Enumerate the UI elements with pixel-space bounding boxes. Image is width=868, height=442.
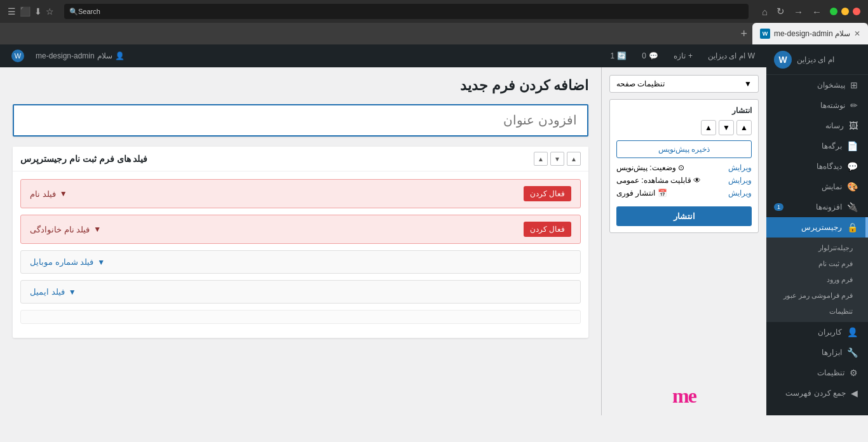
field-row-2: ▼ فیلد شماره موبایل <box>20 250 581 274</box>
username: me-design-admin <box>36 51 95 60</box>
menu-icon[interactable]: ☰ <box>8 6 16 17</box>
field-name-3: فیلد ایمیل <box>30 287 65 297</box>
wp-admin-icon: W <box>11 50 24 62</box>
publish-button[interactable]: انتشار <box>616 206 752 226</box>
publish-label: انتشار <box>616 106 752 115</box>
sidebar-item-tools[interactable]: 🔧 ابزارها <box>766 342 868 363</box>
page-settings-label: تنظیمات صفحه <box>616 79 665 88</box>
sidebar-item-comments[interactable]: 💬 دیدگاه‌ها <box>766 156 868 177</box>
admin-bar-new[interactable]: + تازه <box>670 44 696 67</box>
visibility-edit-link[interactable]: ویرایش <box>728 176 752 185</box>
new-label: تازه <box>674 51 686 60</box>
admin-bar-user[interactable]: 👤 سلام me-design-admin <box>32 44 128 67</box>
move-up-btn[interactable]: ▲ <box>701 120 716 135</box>
sidebar-item-media[interactable]: 🖼 رسانه <box>766 116 868 136</box>
field-label-0: ▼ فیلد نام <box>30 189 67 199</box>
address-bar[interactable]: 🔍 Search <box>64 4 749 19</box>
main-editor: اضافه کردن فرم جدید ▲ ▼ ▲ فیلد های فرم ث… <box>0 67 601 415</box>
comments-icon: 💬 <box>847 161 858 171</box>
publish-date-label: انتشار <box>635 189 655 198</box>
appearance-icon: 🎨 <box>847 182 858 192</box>
settings-icon: ⚙ <box>850 368 858 378</box>
sidebar-label-registerpro: رجیسترپرس <box>774 223 842 232</box>
me-logo: me <box>672 384 696 408</box>
window-maximize-btn[interactable] <box>830 8 837 15</box>
field-label-3: ▼ فیلد ایمیل <box>30 287 76 297</box>
chevron-icon-3: ▼ <box>69 288 76 297</box>
status-value-text: ⊙ وضعیت: پیش‌نویس <box>616 163 684 172</box>
disable-btn-1[interactable]: فعال کردن <box>524 222 571 237</box>
sidebar-item-collapse[interactable]: ◀ جمع کردن فهرست <box>766 383 868 403</box>
visibility-row: ویرایش 👁 قابلیت مشاهده: عمومی <box>616 176 752 185</box>
back-btn[interactable]: ← <box>809 4 825 20</box>
bookmark-icon[interactable]: ☆ <box>46 6 54 17</box>
sidebar-subitem-register-form[interactable]: فرم ثبت نام <box>766 256 868 272</box>
move-up-up-btn[interactable]: ▲ <box>736 120 752 135</box>
home-btn[interactable]: ⌂ <box>759 4 771 20</box>
window-close-btn[interactable] <box>853 8 860 15</box>
sidebar-label-pages: برگه‌ها <box>774 142 842 151</box>
browser-chrome: ← → ↻ ⌂ 🔍 Search ☆ ⬇ ⬛ ☰ <box>0 0 868 23</box>
status-edit-link[interactable]: ویرایش <box>728 163 752 172</box>
visibility-label: قابلیت مشاهده: <box>641 176 691 185</box>
tab-close-btn[interactable]: ✕ <box>854 29 860 38</box>
wp-wrapper: W ام ای دیزاین ⊞ پیشخوان ✏ نوشته‌ها 🖼 رس… <box>0 44 868 415</box>
wp-logo: W ام ای دیزاین <box>766 44 868 75</box>
sidebar-item-appearance[interactable]: 🎨 نمایش <box>766 177 868 197</box>
editor-sidebar: ▼ تنظیمات صفحه انتشار ▲ ▼ ▲ ذخیره پیش‌نو… <box>601 67 766 415</box>
sidebar-subitem-controller[interactable]: رجیله‌تنرلوار <box>766 240 868 256</box>
forward-btn[interactable]: → <box>790 4 806 20</box>
sidebar-subitem-password-reset[interactable]: فرم فراموشی رمز عبور <box>766 288 868 304</box>
field-row-3: ▼ فیلد ایمیل <box>20 280 581 304</box>
sidebar-sub-registerpro: رجیله‌تنرلوار فرم ثبت نام فرم ورود فرم ف… <box>766 238 868 322</box>
field-name-0: فیلد نام <box>30 189 56 199</box>
sidebar-item-dashboard[interactable]: ⊞ پیشخوان <box>766 75 868 95</box>
status-icon: ⊙ <box>678 163 684 172</box>
section-content: فعال کردن ▼ فیلد نام فعال کردن ▼ فیلد <box>13 171 588 338</box>
site-icon: W <box>748 51 755 60</box>
wp-main: W ام ای دیزاین + تازه 💬 0 🔄 1 👤 سلام me-… <box>0 44 766 415</box>
plugins-badge: 1 <box>774 203 783 211</box>
section-up-up-btn[interactable]: ▲ <box>567 152 581 166</box>
section-up-btn[interactable]: ▲ <box>534 152 548 166</box>
admin-bar-comments[interactable]: 💬 0 <box>638 44 662 67</box>
sidebar-item-plugins[interactable]: 🔌 افزونه‌ها 1 <box>766 197 868 217</box>
publish-date-row: ویرایش 📅 انتشار فوری <box>616 189 752 198</box>
sidebar-item-pages[interactable]: 📄 برگه‌ها <box>766 136 868 156</box>
active-tab[interactable]: W me-design-admin سلام ✕ <box>752 23 868 44</box>
sidebar-item-users[interactable]: 👤 کاربران <box>766 322 868 342</box>
chevron-icon-0: ▼ <box>60 189 67 198</box>
search-icon: 🔍 <box>69 8 78 16</box>
admin-bar-logo[interactable]: W <box>8 44 28 67</box>
section-controls: ▲ ▼ ▲ <box>534 152 581 166</box>
section-down-btn[interactable]: ▼ <box>550 152 564 166</box>
new-tab-btn[interactable]: + <box>735 23 752 44</box>
field-row-1: فعال کردن ▼ فیلد نام خانوادگی <box>20 215 581 244</box>
disable-btn-0[interactable]: فعال کردن <box>524 186 571 201</box>
calendar-icon: 📅 <box>658 189 667 198</box>
page-settings-button[interactable]: ▼ تنظیمات صفحه <box>609 75 759 93</box>
form-fields-section: ▲ ▼ ▲ فیلد های فرم ثبت نام رجیسترپرس فعا… <box>13 147 588 338</box>
sidebar-label-posts: نوشته‌ها <box>774 101 845 110</box>
updates-count: 1 <box>611 51 615 60</box>
sidebar-item-posts[interactable]: ✏ نوشته‌ها <box>766 95 868 116</box>
reload-btn[interactable]: ↻ <box>773 3 788 20</box>
sidebar-item-registerpro[interactable]: 🔒 رجیسترپرس <box>766 217 868 238</box>
title-input[interactable] <box>13 104 588 137</box>
extensions-icon[interactable]: ⬛ <box>20 6 31 17</box>
sidebar-item-settings[interactable]: ⚙ تنظیمات <box>766 363 868 383</box>
sidebar-label-dashboard: پیشخوان <box>774 81 845 90</box>
status-value: وضعیت: <box>649 163 675 172</box>
download-icon[interactable]: ⬇ <box>34 6 42 17</box>
save-draft-button[interactable]: ذخیره پیش‌نویس <box>616 140 752 158</box>
sidebar-label-collapse: جمع کردن فهرست <box>774 389 846 398</box>
move-down-btn[interactable]: ▼ <box>719 120 734 135</box>
sidebar-subitem-login-form[interactable]: فرم ورود <box>766 272 868 288</box>
publish-date-edit-link[interactable]: ویرایش <box>728 189 752 198</box>
admin-bar-site[interactable]: W ام ای دیزاین <box>704 44 759 67</box>
site-name: ام ای دیزاین <box>708 51 745 60</box>
window-minimize-btn[interactable] <box>841 8 849 15</box>
sidebar-subitem-settings[interactable]: تنظیمات <box>766 304 868 319</box>
section-top-bar: ▲ ▼ ▲ فیلد های فرم ثبت نام رجیسترپرس <box>13 147 588 171</box>
admin-bar-updates[interactable]: 🔄 1 <box>607 44 631 67</box>
